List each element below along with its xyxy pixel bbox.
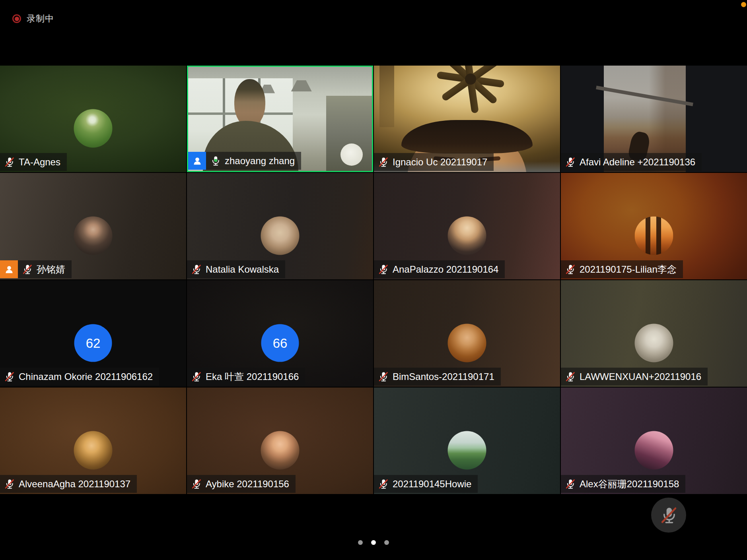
avatar — [448, 217, 486, 255]
mic-muted-icon — [4, 479, 15, 489]
recording-label: 录制中 — [27, 13, 54, 25]
participant-name: Alex谷丽珊2021190158 — [580, 478, 679, 490]
mic-muted-icon — [191, 479, 202, 489]
participant-label: AlveenaAgha 2021190137 — [0, 475, 137, 493]
table-lamp — [340, 143, 363, 166]
mic-muted-icon — [378, 264, 389, 275]
pagination-dots — [358, 540, 389, 545]
video-tile-eka[interactable]: 66 Eka 叶萱 2021190166 — [187, 280, 373, 387]
avatar — [635, 217, 673, 255]
participant-name: 2021190175-Lilian李念 — [580, 263, 677, 276]
pagination-dot-3[interactable] — [384, 540, 389, 545]
video-tile-howie[interactable]: 2021190145Howie — [374, 388, 560, 494]
video-tile-lilian[interactable]: 2021190175-Lilian李念 — [561, 173, 747, 279]
video-tile-aybike[interactable]: Aybike 2021190156 — [187, 388, 373, 494]
video-tile-ignacio-uc[interactable]: Ignacio Uc 202119017 — [374, 66, 560, 172]
participant-label: 孙铭婧 — [18, 260, 72, 278]
door-frame — [379, 66, 394, 127]
mic-muted-icon — [22, 264, 33, 275]
recording-indicator: 录制中 — [12, 13, 54, 25]
video-scene — [188, 67, 372, 171]
video-tile-alex[interactable]: Alex谷丽珊2021190158 — [561, 388, 747, 494]
participant-name: Chinazam Okorie 20211906162 — [19, 371, 153, 382]
participant-number-avatar: 62 — [74, 324, 112, 362]
mic-active-icon — [210, 155, 221, 166]
avatar — [261, 431, 300, 470]
participant-label: Natalia Kowalska — [187, 260, 285, 278]
video-scene — [604, 66, 686, 172]
video-tile-anapalazzo[interactable]: AnaPalazzo 2021190164 — [374, 173, 560, 279]
participant-name: Eka 叶萱 2021190166 — [206, 370, 299, 383]
window — [188, 78, 293, 171]
mic-muted-icon — [378, 157, 389, 167]
participant-name: 2021190145Howie — [393, 479, 471, 490]
top-bar: 录制中 — [0, 0, 747, 66]
video-tile-natalia-kowalska[interactable]: Natalia Kowalska — [187, 173, 373, 279]
avatar — [448, 431, 486, 470]
mic-muted-icon — [191, 371, 202, 382]
host-badge-icon — [188, 152, 206, 170]
participant-name: Ignacio Uc 202119017 — [393, 157, 487, 168]
participant-label: 2021190145Howie — [374, 475, 478, 493]
mic-muted-icon — [565, 264, 576, 275]
participant-label: Eka 叶萱 2021190166 — [187, 368, 305, 386]
video-tile-chinazam-okorie[interactable]: 62 Chinazam Okorie 20211906162 — [0, 280, 186, 387]
participant-name: Natalia Kowalska — [206, 264, 279, 275]
participant-name: zhaoyang zhang — [225, 155, 295, 167]
participant-name: Afavi Adeline +2021190136 — [580, 157, 695, 168]
video-tile-ta-agnes[interactable]: TA-Agnes — [0, 66, 186, 172]
participant-name: BimSantos-2021190171 — [393, 371, 494, 382]
avatar — [74, 109, 113, 148]
participant-grid: TA-Agnes zhaoyang zhang — [0, 66, 747, 494]
participant-label: TA-Agnes — [0, 153, 67, 171]
participant-number-avatar: 66 — [261, 324, 299, 362]
participant-name: AnaPalazzo 2021190164 — [393, 264, 498, 275]
participant-label: BimSantos-2021190171 — [374, 368, 501, 386]
person-shirt — [374, 161, 560, 172]
room-wall — [326, 96, 372, 171]
participant-label: AnaPalazzo 2021190164 — [374, 260, 505, 278]
pendant-lamp-icon — [260, 85, 275, 93]
participant-name: LAWWENXUAN+202119016 — [580, 371, 701, 382]
participant-label: Ignacio Uc 202119017 — [374, 153, 494, 171]
mic-muted-icon — [378, 371, 389, 382]
pagination-dot-1[interactable] — [358, 540, 363, 545]
ceiling-fan — [469, 66, 472, 79]
video-tile-bimsantos[interactable]: BimSantos-2021190171 — [374, 280, 560, 387]
avatar — [635, 431, 673, 470]
mic-muted-icon — [565, 157, 576, 167]
mic-muted-icon — [378, 479, 389, 489]
mic-muted-icon — [191, 264, 202, 275]
pagination-dot-2-active[interactable] — [371, 540, 376, 545]
participant-label: Alex谷丽珊2021190158 — [561, 475, 685, 493]
video-tile-sun-mingjing[interactable]: 孙铭婧 — [0, 173, 186, 279]
video-tile-lawwenxuan[interactable]: LAWWENXUAN+202119016 — [561, 280, 747, 387]
mic-muted-icon — [4, 371, 15, 382]
notification-dot — [741, 2, 746, 7]
record-icon — [12, 14, 21, 23]
participant-label: Afavi Adeline +2021190136 — [561, 153, 702, 171]
pendant-lamp-icon — [291, 80, 312, 91]
avatar — [635, 324, 673, 362]
participant-name: TA-Agnes — [19, 157, 60, 168]
participant-name: AlveenaAgha 2021190137 — [19, 479, 130, 490]
person-head — [234, 79, 266, 127]
participant-label: 2021190175-Lilian李念 — [561, 260, 683, 278]
participant-name: 孙铭婧 — [37, 263, 65, 276]
person-hair — [401, 120, 533, 153]
participant-label: zhaoyang zhang — [206, 152, 301, 170]
person-face — [407, 126, 527, 172]
participant-label: Aybike 2021190156 — [187, 475, 296, 493]
participant-label: LAWWENXUAN+202119016 — [561, 368, 708, 386]
video-tile-alveenaagha[interactable]: AlveenaAgha 2021190137 — [0, 388, 186, 494]
guest-badge-icon — [0, 260, 18, 278]
avatar — [74, 217, 113, 255]
video-tile-zhaoyang-zhang[interactable]: zhaoyang zhang — [187, 66, 373, 172]
mic-muted-icon — [659, 506, 678, 524]
person-body — [203, 121, 298, 172]
mic-muted-icon — [565, 479, 576, 489]
video-tile-afavi-adeline[interactable]: Afavi Adeline +2021190136 — [561, 66, 747, 172]
mic-muted-button[interactable] — [651, 498, 686, 533]
mic-muted-icon — [565, 371, 576, 382]
avatar — [448, 324, 486, 362]
